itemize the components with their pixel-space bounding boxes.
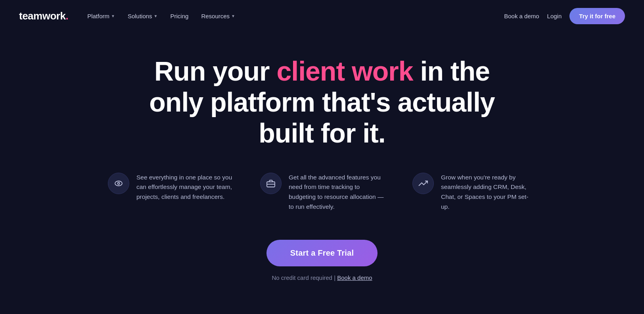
feature-text-see-everything: See everything in one place so you can e… bbox=[136, 173, 235, 202]
svg-point-1 bbox=[118, 182, 120, 184]
nav-book-demo-link[interactable]: Book a demo bbox=[504, 13, 539, 19]
feature-text-grow: Grow when you're ready by seamlessly add… bbox=[441, 173, 536, 212]
chevron-down-icon: ▼ bbox=[111, 14, 115, 18]
nav-right: Book a demo Login Try it for free bbox=[504, 8, 625, 24]
start-free-trial-button[interactable]: Start a Free Trial bbox=[266, 240, 378, 266]
nav-left: teamwork. Platform ▼ Solutions ▼ Pricing… bbox=[19, 10, 240, 23]
cta-section: Start a Free Trial No credit card requir… bbox=[0, 240, 644, 297]
cta-sub-text: No credit card required | Book a demo bbox=[272, 274, 372, 281]
nav-links: Platform ▼ Solutions ▼ Pricing Resources… bbox=[82, 10, 240, 23]
trending-up-icon bbox=[418, 179, 428, 188]
hero-section: Run your client work in the only platfor… bbox=[0, 32, 644, 173]
nav-link-platform[interactable]: Platform ▼ bbox=[82, 10, 120, 23]
trending-up-icon-circle bbox=[412, 173, 434, 194]
svg-point-0 bbox=[115, 181, 122, 186]
nav-link-resources[interactable]: Resources ▼ bbox=[196, 10, 240, 23]
feature-item-grow: Grow when you're ready by seamlessly add… bbox=[412, 173, 536, 212]
chevron-down-icon: ▼ bbox=[231, 14, 235, 18]
features-row: See everything in one place so you can e… bbox=[84, 173, 560, 212]
feature-item-advanced-features: Get all the advanced features you need f… bbox=[260, 173, 387, 212]
eye-icon-circle bbox=[108, 173, 129, 194]
nav-login-link[interactable]: Login bbox=[547, 13, 562, 19]
chevron-down-icon: ▼ bbox=[154, 14, 158, 18]
nav-try-free-button[interactable]: Try it for free bbox=[569, 8, 625, 24]
nav-link-pricing[interactable]: Pricing bbox=[166, 10, 194, 23]
briefcase-icon bbox=[266, 179, 276, 188]
feature-item-see-everything: See everything in one place so you can e… bbox=[108, 173, 235, 212]
book-demo-link[interactable]: Book a demo bbox=[337, 274, 372, 281]
briefcase-icon-circle bbox=[260, 173, 282, 194]
eye-icon bbox=[114, 179, 123, 188]
logo[interactable]: teamwork. bbox=[19, 10, 68, 22]
hero-headline: Run your client work in the only platfor… bbox=[128, 56, 516, 149]
navbar: teamwork. Platform ▼ Solutions ▼ Pricing… bbox=[0, 0, 644, 32]
feature-text-advanced-features: Get all the advanced features you need f… bbox=[289, 173, 387, 212]
nav-link-solutions[interactable]: Solutions ▼ bbox=[123, 10, 163, 23]
